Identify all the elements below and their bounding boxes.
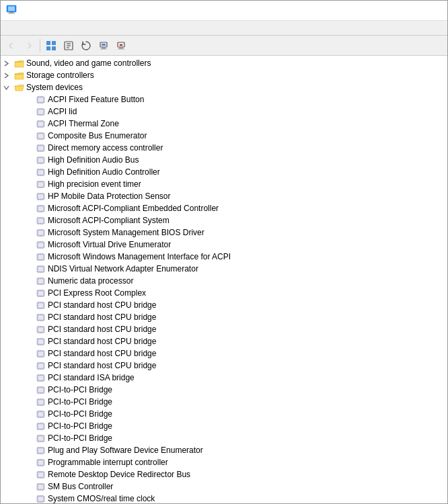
tree-item[interactable]: High precision event timer — [1, 178, 447, 190]
expand-icon[interactable] — [25, 276, 36, 286]
tree-item[interactable]: Microsoft ACPI-Compliant System — [1, 214, 447, 226]
expand-icon[interactable] — [25, 191, 36, 202]
tree-item[interactable]: System CMOS/real time clock — [1, 493, 447, 503]
tree-item[interactable]: High Definition Audio Bus — [1, 154, 447, 166]
tree-item[interactable]: High Definition Audio Controller — [1, 166, 447, 178]
tree-item[interactable]: PCI standard host CPU bridge — [1, 347, 447, 360]
expand-icon[interactable] — [25, 251, 36, 262]
expand-icon[interactable] — [25, 457, 36, 468]
svg-rect-112 — [38, 230, 43, 235]
tree-item[interactable]: PCI standard host CPU bridge — [1, 323, 447, 335]
chip-icon — [36, 120, 46, 128]
chip-icon — [36, 241, 46, 249]
forward-button[interactable] — [21, 38, 37, 54]
menu-view[interactable] — [24, 27, 34, 30]
expand-icon[interactable] — [25, 396, 36, 407]
tree-item[interactable]: Composite Bus Enumerator — [1, 130, 447, 142]
uninstall-button[interactable] — [113, 38, 129, 54]
tree-item-label: PCI standard host CPU bridge — [48, 325, 156, 334]
scan-hardware-button[interactable] — [78, 38, 94, 54]
expand-icon[interactable] — [25, 155, 36, 165]
svg-rect-192 — [38, 351, 43, 355]
tree-item[interactable]: Microsoft Windows Management Interface f… — [1, 251, 447, 263]
expand-icon[interactable] — [25, 312, 36, 323]
tree-item-label: ACPI Thermal Zone — [48, 119, 119, 128]
expand-icon[interactable] — [3, 58, 14, 69]
tree-item[interactable]: PCI standard host CPU bridge — [1, 299, 447, 311]
tree-item[interactable]: Storage controllers — [1, 69, 447, 81]
tree-item[interactable]: PCI-to-PCI Bridge — [1, 396, 447, 408]
tree-item[interactable]: Microsoft ACPI-Compliant Embedded Contro… — [1, 202, 447, 214]
tree-item[interactable]: HP Mobile Data Protection Sensor — [1, 190, 447, 202]
svg-rect-168 — [38, 315, 43, 319]
expand-icon[interactable] — [25, 481, 36, 492]
expand-icon[interactable] — [25, 142, 36, 153]
tree-item[interactable]: Programmable interrupt controller — [1, 456, 447, 468]
minimize-button[interactable] — [403, 3, 422, 18]
svg-rect-88 — [38, 194, 43, 198]
tree-item[interactable]: PCI-to-PCI Bridge — [1, 408, 447, 420]
expand-icon[interactable] — [25, 348, 36, 359]
expand-icon[interactable] — [25, 167, 36, 177]
menu-file[interactable] — [2, 27, 13, 30]
expand-icon[interactable] — [25, 360, 36, 371]
show-devices-button[interactable] — [43, 38, 59, 54]
tree-item[interactable]: Plug and Play Software Device Enumerator — [1, 444, 447, 456]
tree-item[interactable]: Direct memory access controller — [1, 142, 447, 154]
expand-icon[interactable] — [3, 82, 14, 93]
expand-icon[interactable] — [25, 118, 36, 129]
update-driver-button[interactable] — [96, 38, 112, 54]
tree-item[interactable]: SM Bus Controller — [1, 480, 447, 493]
tree-item[interactable]: PCI standard host CPU bridge — [1, 311, 447, 323]
expand-icon[interactable] — [25, 469, 36, 480]
tree-item[interactable]: System devices — [1, 81, 447, 93]
expand-icon[interactable] — [25, 324, 36, 335]
expand-icon[interactable] — [25, 372, 36, 383]
tree-item[interactable]: PCI-to-PCI Bridge — [1, 384, 447, 396]
expand-icon[interactable] — [25, 227, 36, 238]
folder-open-icon — [14, 83, 24, 92]
expand-icon[interactable] — [25, 409, 36, 419]
tree-item[interactable]: ACPI lid — [1, 106, 447, 118]
properties-button[interactable] — [61, 38, 77, 54]
expand-icon[interactable] — [25, 239, 36, 250]
expand-icon[interactable] — [25, 94, 36, 105]
tree-item[interactable]: PCI standard ISA bridge — [1, 372, 447, 384]
svg-rect-1 — [8, 7, 15, 11]
maximize-button[interactable] — [423, 3, 442, 18]
tree-item[interactable]: NDIS Virtual Network Adapter Enumerator — [1, 263, 447, 275]
expand-icon[interactable] — [25, 179, 36, 190]
device-tree[interactable]: Sound, video and game controllers Storag… — [1, 56, 447, 503]
expand-icon[interactable] — [25, 203, 36, 214]
expand-icon[interactable] — [25, 421, 36, 431]
expand-icon[interactable] — [25, 384, 36, 395]
menu-help[interactable] — [34, 27, 45, 30]
expand-icon[interactable] — [25, 106, 36, 117]
expand-icon[interactable] — [25, 300, 36, 310]
expand-icon[interactable] — [25, 445, 36, 456]
expand-icon[interactable] — [25, 433, 36, 444]
tree-item[interactable]: ACPI Fixed Feature Button — [1, 93, 447, 106]
tree-item[interactable]: PCI-to-PCI Bridge — [1, 432, 447, 444]
tree-item[interactable]: Microsoft System Management BIOS Driver — [1, 226, 447, 239]
expand-icon[interactable] — [25, 215, 36, 226]
tree-item[interactable]: PCI standard host CPU bridge — [1, 335, 447, 347]
tree-item[interactable]: PCI Express Root Complex — [1, 287, 447, 299]
tree-item[interactable]: Sound, video and game controllers — [1, 57, 447, 69]
tree-item-label: Direct memory access controller — [48, 143, 163, 153]
expand-icon[interactable] — [25, 493, 36, 503]
tree-item[interactable]: PCI standard host CPU bridge — [1, 360, 447, 372]
chip-icon — [36, 495, 46, 503]
expand-icon[interactable] — [25, 263, 36, 274]
tree-item[interactable]: ACPI Thermal Zone — [1, 118, 447, 130]
expand-icon[interactable] — [25, 288, 36, 298]
menu-action[interactable] — [13, 27, 24, 30]
back-button[interactable] — [3, 38, 20, 54]
tree-item[interactable]: Remote Desktop Device Redirector Bus — [1, 468, 447, 480]
expand-icon[interactable] — [25, 336, 36, 347]
tree-item[interactable]: PCI-to-PCI Bridge — [1, 420, 447, 432]
tree-item[interactable]: Numeric data processor — [1, 275, 447, 287]
tree-item[interactable]: Microsoft Virtual Drive Enumerator — [1, 239, 447, 251]
expand-icon[interactable] — [3, 70, 14, 81]
expand-icon[interactable] — [25, 130, 36, 141]
